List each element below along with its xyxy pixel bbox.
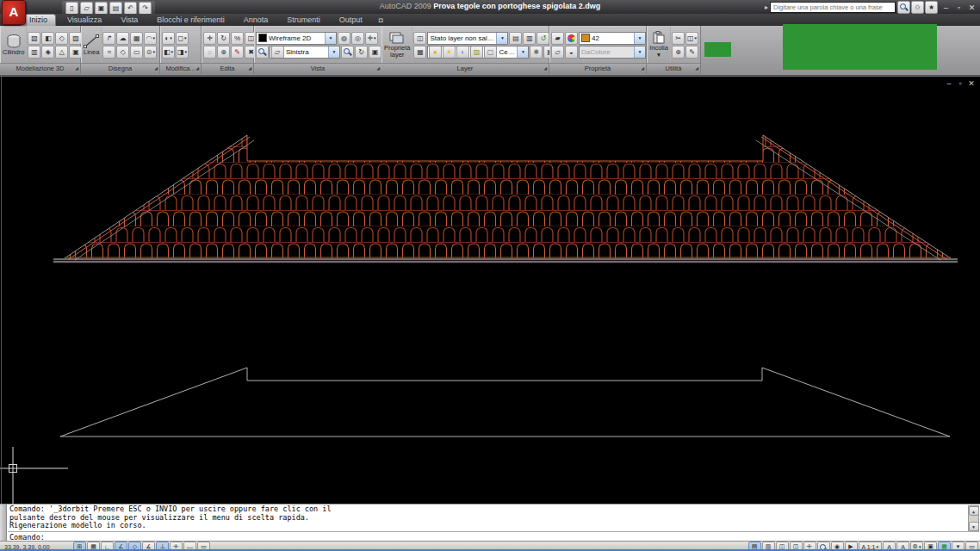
layer-on-icon[interactable]: ↺ (537, 32, 549, 45)
edit-paste-icon[interactable]: ✎ (685, 46, 698, 59)
close-button[interactable]: ✕ (965, 3, 978, 13)
tab-output[interactable]: Output (332, 15, 370, 26)
tab-visualizza[interactable]: Visualizza (59, 15, 109, 26)
panel-expander-icon[interactable]: ◢ (154, 63, 158, 73)
chevron-down-icon[interactable]: ▼ (496, 33, 507, 44)
tab-blocchi-e-riferimenti[interactable]: Blocchi e riferimenti (149, 15, 233, 26)
tab-vista[interactable]: Vista (113, 15, 146, 26)
viewport-minimize-button[interactable]: – (944, 79, 954, 88)
orbit-icon[interactable]: ↻ (355, 46, 368, 59)
erase-icon[interactable]: ✎ (231, 46, 244, 59)
chevron-down-icon[interactable]: ▼ (634, 33, 645, 44)
arc-icon[interactable]: ◠▾ (144, 32, 157, 45)
layer-match-icon[interactable]: ▤ (509, 32, 522, 45)
panel-label-modellazione[interactable]: Modellazione 3D◢ (0, 63, 80, 74)
shadow-icon[interactable]: ◎ (351, 32, 364, 45)
color-wheel-icon[interactable] (565, 32, 578, 45)
command-window-grip[interactable] (0, 505, 7, 542)
autocad-logo-icon[interactable]: A (2, 0, 26, 25)
linetype-combo[interactable]: DaColore ▼ (579, 46, 646, 59)
minimize-button[interactable]: – (940, 3, 952, 13)
spline-icon[interactable]: ≈ (102, 46, 115, 59)
rectangle-icon[interactable]: ▭ (130, 46, 143, 59)
drawing-viewport[interactable]: –▫✕ (0, 76, 980, 505)
chevron-down-icon[interactable]: ▼ (517, 46, 528, 58)
panel-label-edita[interactable]: Edita◢ (202, 63, 253, 74)
view-cube-icon[interactable]: ▱ (271, 46, 284, 59)
polygon-icon[interactable]: ◇ (116, 46, 129, 59)
panel-expander-icon[interactable]: ◢ (75, 63, 78, 73)
revolve-icon[interactable]: ◈ (41, 46, 54, 59)
layer-prev-icon[interactable]: ▥ (523, 32, 536, 45)
panel-expander-icon[interactable]: ◢ (376, 63, 380, 73)
union-icon[interactable]: ◧▾ (162, 46, 175, 59)
chevron-down-icon[interactable]: ▼ (325, 33, 336, 44)
command-scrollbar[interactable]: ▲▼ (968, 505, 979, 532)
panel-expander-icon[interactable]: ◢ (195, 63, 199, 73)
scale-icon[interactable]: % (231, 32, 244, 45)
restore-button[interactable]: ▫ (952, 3, 965, 13)
chevron-down-icon[interactable]: ▼ (328, 46, 339, 58)
linetype-icon[interactable]: ◒ (565, 46, 578, 59)
camera-icon[interactable]: ▣ (369, 46, 381, 59)
tab-annota[interactable]: Annota (236, 15, 276, 26)
array-icon[interactable]: ⊕ (217, 46, 230, 59)
search-input[interactable] (770, 2, 896, 13)
tab-inizio[interactable]: Inizio (21, 14, 56, 26)
hatch-icon[interactable]: ▦ (130, 32, 143, 45)
cilindro-button[interactable]: Cilindro (1, 27, 27, 63)
panel-label-vista[interactable]: Vista◢ (254, 63, 381, 74)
panel-label-layer[interactable]: Layer◢ (381, 63, 549, 74)
lineweight-icon[interactable]: ▱ (551, 46, 564, 59)
pan-icon[interactable]: ✛▾ (365, 32, 378, 45)
layer-combo[interactable]: ●☀◐▨▢ Cement... lotto 11 ▼ (427, 46, 529, 59)
panel-label-disegna[interactable]: Disegna◢ (81, 63, 159, 74)
panel-label-modifica[interactable]: Modifica...◢ (160, 63, 201, 74)
layer-on-bulb-icon[interactable]: ● (429, 46, 442, 59)
layer-color-chip[interactable]: ▢ (484, 46, 497, 59)
panel-expander-icon[interactable]: ◢ (695, 63, 698, 73)
scroll-down-icon[interactable]: ▼ (969, 522, 979, 531)
panel-label-utilita[interactable]: Utilità◢ (647, 63, 700, 74)
layer-freeze-icon[interactable]: ❄ (530, 46, 543, 59)
drawing-canvas[interactable] (0, 77, 980, 505)
infocenter-expand-icon[interactable]: ▸ (765, 3, 768, 11)
3d-move-icon[interactable]: ◐▾ (162, 32, 175, 45)
favorites-icon[interactable]: ★ (925, 1, 938, 14)
viewport-restore-button[interactable]: ▫ (955, 79, 965, 88)
scroll-up-icon[interactable]: ▲ (969, 506, 979, 516)
circle-icon[interactable]: ⊙▾ (144, 46, 157, 59)
sweep-icon[interactable]: △ (55, 46, 68, 59)
box-icon[interactable]: ▧ (28, 32, 40, 45)
paste-special-icon[interactable]: ⊕ (672, 46, 685, 59)
communication-center-icon[interactable]: ✩ (911, 1, 924, 14)
viewport-close-button[interactable]: ✕ (966, 79, 977, 88)
ribbon-minimize-icon[interactable]: ◘ (379, 16, 383, 26)
panel-expander-icon[interactable]: ◢ (248, 63, 251, 73)
view-combo[interactable]: ▱ Sinistra ▼ (270, 46, 340, 59)
cut-icon[interactable]: ✂ (672, 32, 685, 45)
tab-strumenti[interactable]: Strumenti (279, 15, 328, 26)
panel-label-proprieta[interactable]: Proprietà◢ (549, 63, 646, 74)
panel-expander-icon[interactable]: ◢ (641, 63, 644, 73)
layer-viewport-icon[interactable]: ◐ (456, 46, 469, 59)
incolla-button[interactable]: Incolla ▾ (648, 27, 671, 63)
search-icon[interactable] (897, 1, 910, 14)
layer-states-icon[interactable]: ◫ (413, 32, 426, 45)
fillet-icon[interactable]: ◌ (203, 46, 216, 59)
copy-clip-icon[interactable]: ◫▾ (685, 32, 698, 45)
layer-isolate-icon[interactable]: ▦ (413, 46, 426, 59)
polysolid-icon[interactable]: ◧ (41, 32, 54, 45)
slice-icon[interactable]: ◨▾ (176, 46, 189, 59)
visual-styles-icon[interactable]: ◍ (338, 32, 350, 45)
extrude-icon[interactable]: ▥ (28, 46, 40, 59)
3d-array-icon[interactable]: ◻▾ (176, 32, 189, 45)
linea-button[interactable]: Linea (82, 27, 102, 63)
panel-expander-icon[interactable]: ◢ (543, 63, 547, 73)
layer-state-combo[interactable]: Stato layer non salvato ▼ (427, 32, 508, 45)
match-properties-icon[interactable]: ▰ (551, 32, 564, 45)
move-icon[interactable]: ✛ (203, 32, 216, 45)
rotate-icon[interactable]: ↻ (217, 32, 230, 45)
wedge-icon[interactable]: ◇ (55, 32, 68, 45)
layer-lock-chip-icon[interactable]: ▨ (470, 46, 483, 59)
